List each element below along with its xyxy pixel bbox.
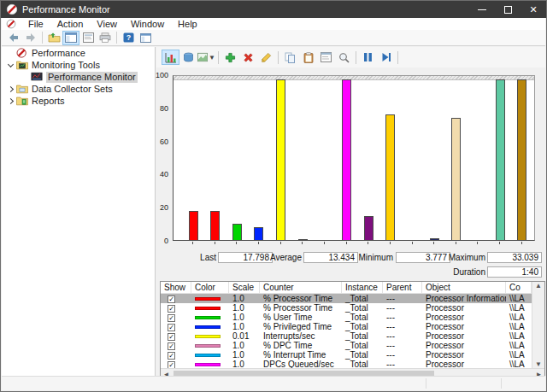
show-checkbox-cell: ✓	[161, 331, 191, 341]
delete-counter-button[interactable]	[239, 50, 257, 65]
chevron-right-icon[interactable]	[8, 97, 14, 103]
column-header-scale[interactable]: Scale	[229, 282, 260, 293]
tree-item-label: Monitoring Tools	[32, 60, 100, 71]
show-checkbox[interactable]: ✓	[168, 352, 175, 360]
monitoring-tools-folder-icon	[16, 60, 28, 70]
properties-icon	[321, 52, 332, 62]
parent-cell: ---	[383, 331, 422, 341]
chevron-right-icon[interactable]	[8, 85, 14, 91]
show-checkbox[interactable]: ✓	[168, 305, 175, 313]
properties-button-top[interactable]	[79, 31, 97, 45]
show-checkbox-cell: ✓	[161, 322, 191, 331]
column-header-color[interactable]: Color	[191, 282, 229, 293]
counter-row[interactable]: ✓0.01Interrupts/sec_Total---Processor\\L…	[161, 331, 532, 341]
color-swatch	[195, 316, 221, 319]
minimize-button[interactable]	[469, 1, 495, 18]
menu-view[interactable]: View	[90, 18, 124, 30]
y-axis-label: 60	[155, 137, 168, 146]
counter-row[interactable]: ✓1.0% User Time_Total---Processor\\LA	[161, 313, 532, 322]
column-header-counter[interactable]: Counter	[260, 282, 342, 293]
duration-value: 1:40	[487, 266, 542, 278]
add-counter-button[interactable]	[221, 50, 239, 65]
help-icon: ?	[123, 32, 134, 43]
graph-toolbar: ▼	[156, 47, 545, 67]
perfmon-icon	[16, 48, 28, 58]
freeze-display-button[interactable]	[359, 50, 377, 65]
column-header-object[interactable]: Object	[422, 282, 506, 293]
show-checkbox-cell: ✓	[161, 303, 191, 313]
tree-item-reports[interactable]: Reports	[2, 95, 155, 107]
color-cell	[191, 322, 229, 331]
show-checkbox[interactable]: ✓	[168, 361, 175, 368]
properties-button[interactable]	[317, 50, 335, 65]
column-header-computer[interactable]: Co	[506, 282, 532, 293]
color-cell	[191, 341, 229, 350]
tree-item-monitoring-tools[interactable]: Monitoring Tools	[2, 59, 155, 71]
help-button[interactable]: ?	[120, 31, 137, 45]
color-swatch	[195, 344, 221, 348]
scale-cell: 1.0	[229, 313, 260, 322]
tree-item-performance[interactable]: Performance	[2, 47, 155, 59]
counter-row[interactable]: ✓1.0% DPC Time_Total---Processor\\LA	[161, 341, 532, 350]
view-current-activity-button[interactable]	[162, 50, 179, 65]
vertical-scrollbar[interactable]: ▲ ▼	[532, 282, 544, 368]
perfmon-app-icon	[6, 3, 18, 15]
menu-action[interactable]: Action	[50, 18, 91, 30]
back-button[interactable]	[5, 31, 22, 45]
forward-button[interactable]	[22, 31, 39, 45]
scroll-down-icon[interactable]: ▼	[535, 360, 542, 368]
menu-help[interactable]: Help	[171, 18, 204, 30]
change-graph-type-button[interactable]: ▼	[197, 50, 215, 65]
properties-icon	[83, 32, 94, 43]
maximize-button[interactable]	[495, 1, 521, 18]
show-checkbox[interactable]: ✓	[168, 295, 175, 303]
highlight-button[interactable]	[257, 50, 275, 65]
parent-cell: ---	[383, 303, 422, 313]
color-cell	[191, 360, 229, 368]
counter-row[interactable]: ✓1.0% Processor Time_Total---Processor\\…	[161, 303, 532, 313]
counter-row[interactable]: ✓1.0% Privileged Time_Total---Processor\…	[161, 322, 532, 331]
update-data-button[interactable]	[377, 50, 395, 65]
counter-cell: DPCs Queued/sec	[260, 360, 342, 368]
view-log-data-button[interactable]	[179, 50, 197, 65]
plot-area	[173, 75, 535, 241]
counter-row[interactable]: ✓1.0% Processor Time_Total---Processor I…	[161, 294, 532, 303]
histogram-bar	[210, 211, 220, 240]
show-checkbox[interactable]: ✓	[168, 314, 175, 322]
value-bar: Last 17.798 Average 13.434 Minimum 3.777…	[156, 250, 545, 279]
scale-cell: 1.0	[229, 303, 260, 313]
histogram-bar	[496, 79, 505, 240]
paste-counter-list-button[interactable]	[299, 50, 317, 65]
close-button[interactable]: ✕	[521, 1, 546, 18]
y-axis: 100806040200	[156, 75, 170, 241]
scroll-up-icon[interactable]: ▲	[535, 282, 542, 290]
chevron-down-icon[interactable]	[8, 61, 14, 67]
toolbar-separator	[356, 51, 356, 64]
print-button[interactable]	[97, 31, 114, 45]
object-cell: Processor	[422, 350, 506, 360]
counter-row[interactable]: ✓1.0DPCs Queued/sec_Total---Processor\\L…	[161, 360, 532, 368]
zoom-button[interactable]	[335, 50, 353, 65]
menu-file[interactable]: File	[21, 18, 50, 30]
show-checkbox[interactable]: ✓	[168, 324, 175, 331]
scale-cell: 1.0	[229, 322, 260, 331]
show-checkbox[interactable]: ✓	[168, 342, 175, 350]
show-console-tree-button[interactable]	[62, 31, 79, 45]
tree-item-performance-monitor[interactable]: Performance Monitor	[2, 71, 155, 83]
view-log-data-icon	[183, 52, 194, 62]
scale-cell: 1.0	[229, 360, 260, 368]
tree-item-data-collector-sets[interactable]: Data Collector Sets	[2, 83, 155, 95]
show-checkbox-cell: ✓	[161, 294, 191, 303]
main-panel: ▼	[156, 47, 545, 376]
column-header-parent[interactable]: Parent	[383, 282, 422, 293]
export-button[interactable]	[45, 31, 62, 45]
column-header-show[interactable]: Show	[161, 282, 191, 293]
object-cell: Processor	[422, 303, 506, 313]
copy-properties-button[interactable]	[281, 50, 299, 65]
new-window-button[interactable]	[137, 31, 154, 45]
menu-window[interactable]: Window	[124, 18, 171, 30]
scale-cell: 0.01	[229, 331, 260, 341]
counter-row[interactable]: ✓1.0% Interrupt Time_Total---Processor\\…	[161, 350, 532, 360]
column-header-instance[interactable]: Instance	[342, 282, 383, 293]
show-checkbox[interactable]: ✓	[168, 333, 175, 341]
